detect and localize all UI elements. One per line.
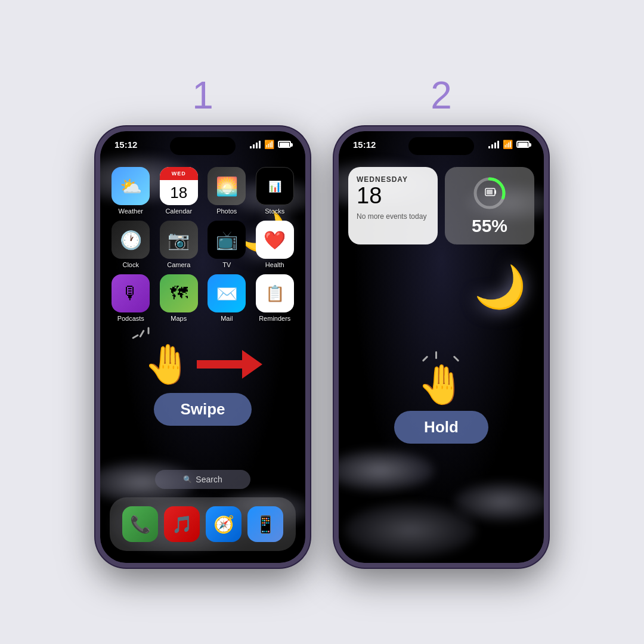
dynamic-island-2 [408, 137, 474, 155]
step-2: 2 🌙 15:12 [334, 76, 549, 568]
phone-1-screen: 🌙 15:12 📶 [100, 131, 305, 563]
svg-rect-3 [494, 190, 496, 194]
app-maps-label: Maps [171, 315, 187, 322]
calendar-widget[interactable]: WEDNESDAY 18 No more events today [348, 167, 438, 244]
hold-label: Hold [424, 418, 459, 436]
app-photos-label: Photos [216, 208, 237, 215]
wifi-icon-1: 📶 [264, 140, 274, 149]
hold-button: Hold [394, 411, 488, 444]
dock-phone[interactable]: 📞 [122, 506, 158, 542]
swipe-arrow [197, 351, 262, 377]
battery-widget[interactable]: 55% [445, 167, 534, 244]
app-tv[interactable]: 📺 TV [206, 221, 248, 268]
app-clock-label: Clock [122, 261, 139, 268]
dynamic-island-1 [170, 137, 236, 155]
calendar-day-number: 18 [357, 184, 429, 209]
main-container: 1 🌙 15:12 [95, 76, 549, 568]
app-maps[interactable]: 🗺 Maps [158, 274, 200, 322]
app-health-label: Health [265, 261, 284, 268]
search-icon: 🔍 [183, 475, 192, 484]
dock-appstore[interactable]: 📱 [247, 506, 283, 542]
battery-icon-2 [516, 141, 530, 148]
app-grid: ⛅ Weather WED 18 Calen [110, 167, 296, 322]
calendar-event-text: No more events today [357, 212, 429, 221]
app-calendar[interactable]: WED 18 Calendar [158, 167, 200, 215]
moon-decoration-2: 🌙 [474, 262, 526, 311]
swipe-label: Swipe [180, 400, 225, 418]
app-tv-label: TV [222, 261, 231, 268]
app-camera-label: Camera [167, 261, 190, 268]
app-clock[interactable]: 🕐 Clock [110, 221, 152, 268]
phone-2: 🌙 15:12 📶 [334, 126, 549, 568]
status-icons-1: 📶 [250, 140, 291, 149]
hold-overlay: 🤚 Hold [351, 362, 532, 444]
dock-music[interactable]: 🎵 [164, 506, 200, 542]
app-podcasts[interactable]: 🎙 Podcasts [110, 274, 152, 322]
battery-percent: 55% [472, 216, 507, 236]
app-weather[interactable]: ⛅ Weather [110, 167, 152, 215]
app-health[interactable]: ❤️ Health [254, 221, 296, 268]
swipe-overlay: 🤚 Swipe [112, 342, 293, 426]
wifi-icon-2: 📶 [503, 140, 513, 149]
app-stocks[interactable]: 📊 Stocks [254, 167, 296, 215]
signal-icon-2 [488, 140, 499, 148]
swipe-button: Swipe [154, 393, 251, 426]
app-calendar-label: Calendar [165, 208, 192, 215]
status-time-2: 15:12 [353, 140, 376, 150]
step-2-number: 2 [431, 76, 452, 114]
app-reminders-label: Reminders [259, 315, 290, 322]
hold-gesture: 🤚 [417, 362, 466, 407]
calendar-day-label: WEDNESDAY [357, 175, 429, 184]
battery-icon-1 [278, 141, 291, 148]
app-stocks-label: Stocks [265, 208, 284, 215]
dock-safari[interactable]: 🧭 [206, 506, 242, 542]
app-weather-label: Weather [119, 208, 143, 215]
battery-ring [472, 175, 507, 211]
widgets-area: WEDNESDAY 18 No more events today [348, 167, 534, 244]
battery-ring-svg [472, 175, 507, 211]
app-mail[interactable]: ✉️ Mail [206, 274, 248, 322]
step-1: 1 🌙 15:12 [95, 76, 310, 568]
search-bar[interactable]: 🔍 Search [155, 470, 250, 489]
hand-with-lines: 🤚 [144, 342, 192, 387]
svg-rect-4 [487, 190, 493, 194]
status-time-1: 15:12 [114, 140, 137, 150]
signal-icon-1 [250, 140, 261, 148]
status-icons-2: 📶 [488, 140, 530, 149]
hold-hand-container: 🤚 [417, 362, 466, 407]
step-1-number: 1 [192, 76, 213, 114]
click-lines-2 [420, 353, 462, 377]
app-podcasts-label: Podcasts [117, 315, 144, 322]
swipe-gesture: 🤚 [144, 342, 262, 387]
app-photos[interactable]: 🌅 Photos [206, 167, 248, 215]
app-mail-label: Mail [221, 315, 233, 322]
app-reminders[interactable]: 📋 Reminders [254, 274, 296, 322]
app-camera[interactable]: 📷 Camera [158, 221, 200, 268]
phone-2-screen: 🌙 15:12 📶 [339, 131, 544, 563]
search-text: Search [196, 475, 222, 484]
phone-1: 🌙 15:12 📶 [95, 126, 310, 568]
hand-cursor-1: 🤚 [144, 342, 192, 387]
dock: 📞 🎵 🧭 📱 [110, 497, 296, 551]
